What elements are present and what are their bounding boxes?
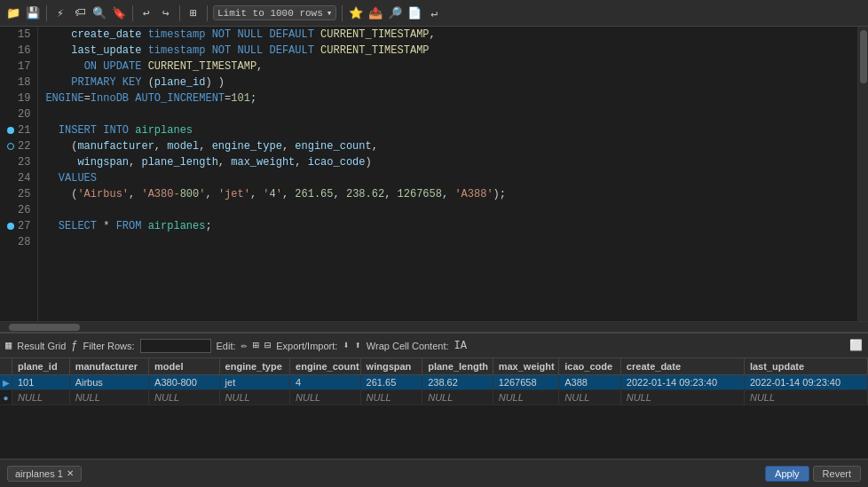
undo-icon[interactable]: ↩ <box>138 5 154 21</box>
code-line-20 <box>45 106 850 122</box>
limit-label: Limit to 1000 rows <box>217 8 323 19</box>
star-icon[interactable]: ⭐ <box>348 5 364 21</box>
grid-cell[interactable]: A388 <box>559 375 621 389</box>
line-number-23: 23 <box>7 154 30 170</box>
line-number-21: 21 <box>7 122 30 138</box>
table-row[interactable]: ●NULLNULLNULLNULLNULLNULLNULLNULLNULLNUL… <box>0 390 868 405</box>
grid-cell[interactable]: 2022-01-14 09:23:40 <box>745 375 868 389</box>
fullscreen-icon[interactable]: ⬜ <box>849 339 863 352</box>
zoom-icon[interactable]: 🔎 <box>387 5 403 21</box>
upload-icon[interactable]: ⬆ <box>355 339 361 352</box>
scrollbar-thumb[interactable] <box>860 30 867 83</box>
table-delete-icon[interactable]: ⊟ <box>264 339 271 352</box>
bookmark-icon[interactable]: 🔖 <box>111 5 127 21</box>
code-line-24: VALUES <box>45 170 850 186</box>
grid-cell[interactable]: NULL <box>70 390 149 405</box>
grid-cell[interactable]: NULL <box>493 390 560 405</box>
status-bar: airplanes 1 ✕ Apply Revert <box>0 459 868 487</box>
line-number-22: 22 <box>7 138 30 154</box>
pencil-icon[interactable]: ✏ <box>241 339 248 352</box>
grid-icon[interactable]: ⊞ <box>185 5 201 21</box>
code-line-15: create_date timestamp NOT NULL DEFAULT C… <box>45 27 850 43</box>
grid-cell[interactable]: NULL <box>12 390 70 405</box>
line-num-text: 24 <box>18 170 30 186</box>
grid-cell[interactable]: NULL <box>621 390 745 405</box>
col-header-plane_length[interactable]: plane_length <box>422 358 493 374</box>
col-header-last_update[interactable]: last_update <box>745 358 868 374</box>
col-header-engine_type[interactable]: engine_type <box>220 358 291 374</box>
grid-cell[interactable]: 101 <box>12 375 70 389</box>
line-number-20: 20 <box>7 106 30 122</box>
col-header-plane_id[interactable]: plane_id <box>12 358 70 374</box>
code-line-25: ('Airbus', 'A380-800', 'jet', '4', 261.6… <box>45 186 850 202</box>
line-num-text: 25 <box>18 186 30 202</box>
grid-cell[interactable]: NULL <box>290 390 361 405</box>
grid-cell[interactable]: NULL <box>149 390 220 405</box>
code-line-22: (manufacturer, model, engine_type, engin… <box>45 138 850 154</box>
grid-cell[interactable]: 2022-01-14 09:23:40 <box>621 375 745 389</box>
redo-icon[interactable]: ↪ <box>158 5 174 21</box>
grid-cell[interactable]: jet <box>220 375 291 389</box>
result-grid-label: Result Grid <box>17 341 66 351</box>
grid-cell[interactable]: NULL <box>220 390 291 405</box>
code-line-23: wingspan, plane_length, max_weight, icao… <box>45 154 850 170</box>
col-header-create_date[interactable]: create_date <box>621 358 745 374</box>
apply-button[interactable]: Apply <box>765 466 809 482</box>
line-number-15: 15 <box>7 27 30 43</box>
tag-icon[interactable]: 🏷 <box>72 5 88 21</box>
folder-icon[interactable]: 📁 <box>5 5 21 21</box>
separator-5 <box>342 5 343 21</box>
lightning-icon[interactable]: ⚡ <box>52 5 68 21</box>
table-add-icon[interactable]: ⊞ <box>253 339 259 352</box>
code-line-19: ENGINE=InnoDB AUTO_INCREMENT=101; <box>45 90 850 106</box>
code-line-26 <box>45 202 850 218</box>
col-header-wingspan[interactable]: wingspan <box>361 358 423 374</box>
h-scrollbar-thumb[interactable] <box>9 324 80 331</box>
limit-dropdown[interactable]: Limit to 1000 rows ▾ <box>213 5 336 20</box>
edit-label: Edit: <box>217 341 236 351</box>
grid-cell[interactable]: Airbus <box>70 375 149 389</box>
chevron-down-icon: ▾ <box>327 7 333 19</box>
code-line-21: INSERT INTO airplanes <box>45 122 850 138</box>
col-header-engine_count[interactable]: engine_count <box>290 358 361 374</box>
col-header-icao_code[interactable]: icao_code <box>559 358 621 374</box>
line-number-18: 18 <box>7 75 30 90</box>
wrap-icon[interactable]: ↵ <box>426 5 442 21</box>
col-header-max_weight[interactable]: max_weight <box>493 358 560 374</box>
page-icon[interactable]: 📄 <box>406 5 422 21</box>
revert-button[interactable]: Revert <box>813 466 861 482</box>
grid-cell[interactable]: 238.62 <box>422 375 493 389</box>
col-header-model[interactable]: model <box>149 358 220 374</box>
grid-cell[interactable]: NULL <box>745 390 868 405</box>
grid-cell[interactable]: NULL <box>422 390 493 405</box>
tab-airplanes[interactable]: airplanes 1 ✕ <box>7 466 82 482</box>
table-row[interactable]: ▶101AirbusA380-800jet4261.65238.62126765… <box>0 375 868 390</box>
wrap-cell-icon[interactable]: IA <box>454 340 467 352</box>
line-number-28: 28 <box>7 234 30 250</box>
grid-cell[interactable]: 261.65 <box>361 375 423 389</box>
grid-cell[interactable]: 4 <box>290 375 361 389</box>
filter-input[interactable] <box>140 339 211 353</box>
tab-close-icon[interactable]: ✕ <box>67 468 74 478</box>
line-num-text: 22 <box>18 138 30 154</box>
breakpoint-dot <box>7 223 14 230</box>
grid-cell[interactable]: NULL <box>559 390 621 405</box>
code-line-27: SELECT * FROM airplanes; <box>45 218 850 234</box>
wrap-cell-label: Wrap Cell Content: <box>367 341 449 351</box>
function-icon[interactable]: ƒ <box>71 340 77 352</box>
search-icon[interactable]: 🔍 <box>91 5 107 21</box>
line-number-24: 24 <box>7 170 30 186</box>
export-icon[interactable]: 📤 <box>367 5 383 21</box>
line-number-16: 16 <box>7 43 30 59</box>
col-header-manufacturer[interactable]: manufacturer <box>70 358 149 374</box>
grid-cell[interactable]: NULL <box>361 390 423 405</box>
line-num-text: 27 <box>18 218 30 234</box>
save-icon[interactable]: 💾 <box>25 5 41 21</box>
grid-cell[interactable]: 1267658 <box>493 375 560 389</box>
grid-cell[interactable]: A380-800 <box>149 375 220 389</box>
code-editor[interactable]: create_date timestamp NOT NULL DEFAULT C… <box>38 27 857 321</box>
horizontal-scrollbar[interactable] <box>0 321 868 332</box>
line-number-17: 17 <box>7 59 30 75</box>
download-icon[interactable]: ⬇ <box>343 339 349 352</box>
vertical-scrollbar[interactable] <box>857 27 868 321</box>
